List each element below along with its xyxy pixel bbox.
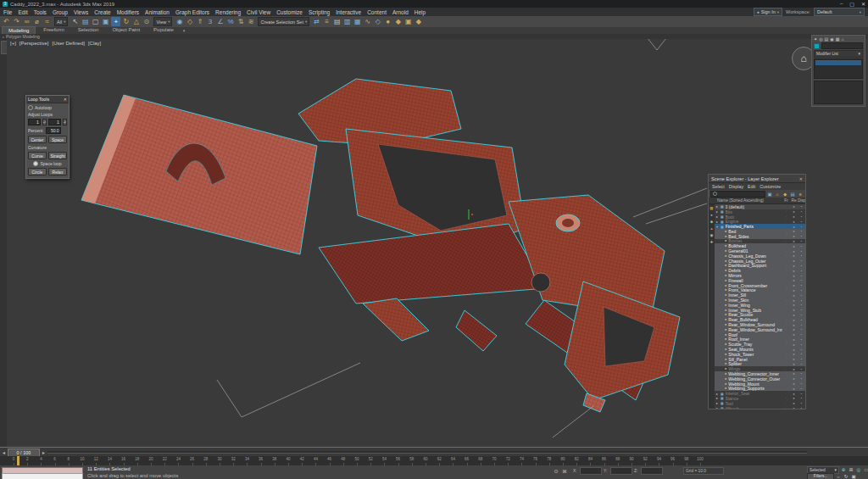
select-object-icon[interactable]: ↖: [70, 17, 80, 26]
frozen-toggle[interactable]: ·: [782, 392, 790, 396]
isolate-selection-icon[interactable]: ⊙: [553, 467, 559, 474]
mirror-icon[interactable]: ⇄: [312, 17, 321, 26]
hide-toggle[interactable]: ●: [790, 278, 798, 282]
frozen-toggle[interactable]: ·: [782, 367, 790, 371]
menu-graph-editors[interactable]: Graph Editors: [175, 9, 209, 15]
align-icon[interactable]: ≡: [322, 17, 331, 26]
selection-lock-icon[interactable]: ⊠: [561, 467, 568, 474]
frozen-toggle[interactable]: ·: [782, 327, 790, 331]
maxscript-mini-listener[interactable]: [2, 473, 83, 479]
render-toggle[interactable]: ▪: [798, 327, 805, 331]
frozen-toggle[interactable]: ·: [782, 323, 790, 327]
frozen-toggle[interactable]: ·: [782, 264, 790, 268]
hide-toggle[interactable]: ●: [790, 288, 798, 292]
hide-toggle[interactable]: ●: [790, 204, 798, 209]
hide-toggle[interactable]: ●: [790, 352, 798, 356]
render-toggle[interactable]: ▪: [798, 337, 805, 342]
hide-toggle[interactable]: ●: [790, 253, 798, 258]
toggle-ribbon-icon[interactable]: ▦: [353, 17, 362, 26]
hierarchy-tab-icon[interactable]: ▤: [825, 36, 829, 42]
frozen-toggle[interactable]: ·: [782, 303, 790, 307]
ribbon-tab-object-paint[interactable]: Object Paint: [106, 26, 146, 33]
frozen-toggle[interactable]: ·: [782, 362, 790, 366]
render-toggle[interactable]: ▪: [798, 204, 805, 209]
menu-customize[interactable]: Customize: [276, 9, 303, 15]
close-icon[interactable]: ✕: [799, 176, 803, 181]
hide-toggle[interactable]: ●: [790, 313, 798, 317]
hide-toggle[interactable]: ●: [790, 308, 798, 312]
hide-toggle[interactable]: ●: [790, 387, 798, 391]
hide-toggle[interactable]: ●: [790, 362, 798, 366]
column-frozen[interactable]: Fr: [782, 198, 790, 203]
frozen-toggle[interactable]: ·: [782, 313, 790, 317]
render-production-icon[interactable]: ◆: [414, 17, 423, 26]
render-toggle[interactable]: ▪: [798, 303, 805, 307]
selection-filter-dropdown[interactable]: All▾: [54, 17, 68, 26]
redo-icon[interactable]: ↷: [12, 17, 21, 26]
modifier-list-dropdown[interactable]: Modifier List ▾: [814, 50, 863, 58]
schematic-view-icon[interactable]: ◇: [373, 17, 382, 26]
menu-views[interactable]: Views: [74, 9, 88, 15]
render-toggle[interactable]: ▪: [798, 367, 805, 371]
edit-named-selection-sets-icon[interactable]: ≋: [246, 17, 255, 26]
frozen-toggle[interactable]: ·: [782, 269, 790, 273]
scene-explorer-titlebar[interactable]: Scene Explorer - Layer Explorer ✕: [709, 175, 805, 183]
unlink-selection-icon[interactable]: ø: [32, 17, 42, 26]
create-tab-icon[interactable]: ✦: [814, 36, 817, 42]
lock-icon[interactable]: ⌂: [774, 191, 781, 198]
frozen-toggle[interactable]: ·: [782, 318, 790, 322]
render-toggle[interactable]: ▪: [798, 234, 805, 238]
viewport-menu-pov[interactable]: [Perspective]: [19, 41, 49, 46]
frozen-toggle[interactable]: ·: [782, 298, 790, 303]
next-frame-icon[interactable]: ►: [42, 450, 46, 455]
hide-toggle[interactable]: ●: [790, 298, 798, 303]
render-toggle[interactable]: ▪: [798, 249, 805, 253]
toggle-layer-explorer-icon[interactable]: ▥: [342, 17, 352, 26]
viewport-menu-shading[interactable]: [Clay]: [88, 41, 101, 46]
space-button[interactable]: Space: [48, 136, 67, 143]
bind-to-space-warp-icon[interactable]: ≈: [42, 17, 52, 26]
hide-toggle[interactable]: ●: [790, 382, 798, 386]
previous-frame-icon[interactable]: ◄: [2, 450, 6, 455]
pick-parent-icon[interactable]: ◆: [782, 191, 788, 198]
select-by-name-icon[interactable]: ▤: [81, 17, 90, 26]
select-and-move-icon[interactable]: +: [111, 17, 120, 26]
hide-toggle[interactable]: ●: [790, 371, 798, 376]
hide-toggle[interactable]: ●: [790, 303, 798, 307]
current-frame-marker[interactable]: [17, 456, 19, 465]
menu-scripting[interactable]: Scripting: [309, 9, 330, 15]
frozen-toggle[interactable]: ·: [782, 343, 790, 347]
render-toggle[interactable]: ▪: [798, 225, 805, 229]
render-toggle[interactable]: ▪: [798, 229, 805, 233]
z-coordinate-field[interactable]: [641, 467, 663, 475]
utilities-tab-icon[interactable]: ⌂: [841, 36, 843, 42]
frozen-toggle[interactable]: ·: [782, 283, 790, 287]
display-all-icon[interactable]: ▦: [709, 206, 713, 210]
render-toggle[interactable]: ▪: [798, 244, 805, 248]
percent-snap-toggle-icon[interactable]: %: [225, 17, 235, 26]
layer-icon[interactable]: ▤: [789, 191, 796, 198]
explorer-menu-display[interactable]: Display: [729, 184, 743, 189]
column-headers[interactable]: Name (Sorted Ascending) Fr Re Displ: [709, 198, 805, 204]
hide-toggle[interactable]: ●: [790, 337, 798, 342]
menu-file[interactable]: File: [3, 9, 12, 15]
hide-toggle[interactable]: ●: [790, 406, 798, 409]
spinner-snap-toggle-icon[interactable]: ⇅: [236, 17, 245, 26]
curve-editor-icon[interactable]: ∿: [363, 17, 372, 26]
hide-toggle[interactable]: ●: [790, 274, 798, 278]
render-toggle[interactable]: ▪: [798, 274, 805, 278]
render-setup-icon[interactable]: ◆: [393, 17, 403, 26]
frozen-toggle[interactable]: ·: [782, 332, 790, 337]
display-shapes-icon[interactable]: ◆: [710, 220, 713, 224]
material-editor-icon[interactable]: ●: [383, 17, 392, 26]
column-display[interactable]: Displ: [798, 198, 805, 203]
ribbon-tab-populate[interactable]: Populate: [147, 26, 180, 33]
hide-toggle[interactable]: ●: [790, 396, 798, 400]
hide-toggle[interactable]: ●: [790, 327, 798, 331]
frozen-toggle[interactable]: ·: [782, 357, 790, 361]
frozen-toggle[interactable]: ·: [782, 352, 790, 356]
window-crossing-toggle-icon[interactable]: ▣: [101, 17, 110, 26]
explorer-menu-edit[interactable]: Edit: [748, 184, 755, 189]
select-and-manipulate-icon[interactable]: ◇: [185, 17, 194, 26]
relax-button[interactable]: Relax: [48, 168, 67, 175]
